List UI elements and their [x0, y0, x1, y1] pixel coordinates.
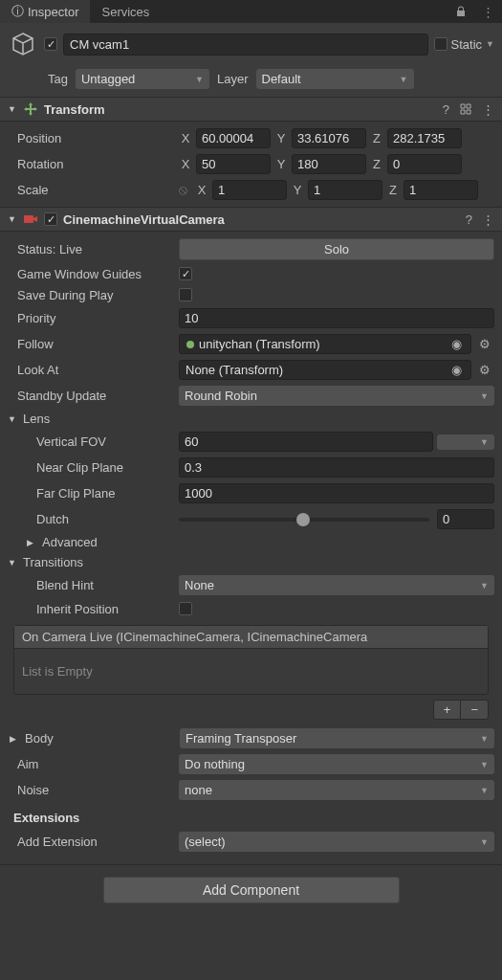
noise-row: Noise none ▼: [0, 777, 502, 803]
gear-icon[interactable]: ⚙: [475, 337, 494, 351]
context-menu-icon[interactable]: ⋮: [482, 212, 494, 227]
dutch-slider[interactable]: [179, 518, 429, 522]
foldout-icon[interactable]: ▶: [10, 734, 19, 744]
y-label[interactable]: Y: [274, 157, 288, 171]
z-label[interactable]: Z: [370, 157, 383, 171]
lookat-field[interactable]: None (Transform) ◉: [179, 360, 471, 380]
follow-value: unitychan (Transform): [199, 337, 444, 351]
scale-z-input[interactable]: [404, 180, 478, 200]
vcam-header[interactable]: ▼ ✓ CinemachineVirtualCamera ? ⋮: [0, 207, 502, 232]
x-label[interactable]: X: [179, 157, 192, 171]
position-row: Position X Y Z: [0, 125, 502, 151]
fov-preset-dropdown[interactable]: ▼: [437, 434, 494, 450]
x-label[interactable]: X: [179, 131, 192, 145]
x-label[interactable]: X: [195, 183, 208, 197]
add-component-button[interactable]: Add Component: [103, 877, 400, 903]
layer-dropdown[interactable]: Default ▼: [256, 69, 414, 89]
blend-hint-dropdown[interactable]: None ▼: [179, 575, 494, 595]
solo-button[interactable]: Solo: [179, 238, 494, 260]
game-window-guides-checkbox[interactable]: ✓: [179, 267, 192, 280]
scale-x-input[interactable]: [212, 180, 287, 200]
chevron-down-icon: ▼: [480, 786, 489, 795]
vertical-fov-label[interactable]: Vertical FOV: [8, 434, 175, 449]
scale-label[interactable]: Scale: [8, 183, 175, 197]
follow-field[interactable]: unitychan (Transform) ◉: [179, 334, 471, 354]
y-label[interactable]: Y: [274, 131, 288, 145]
object-picker-icon[interactable]: ◉: [447, 337, 465, 351]
z-label[interactable]: Z: [370, 131, 383, 145]
priority-input[interactable]: [179, 308, 494, 328]
y-label[interactable]: Y: [291, 183, 304, 197]
priority-label[interactable]: Priority: [8, 311, 175, 325]
context-menu-icon[interactable]: ⋮: [482, 102, 494, 117]
link-icon[interactable]: ⦸: [179, 182, 187, 198]
noise-dropdown[interactable]: none ▼: [179, 780, 494, 800]
svg-point-1: [186, 341, 194, 348]
transitions-foldout[interactable]: ▼ Transitions: [0, 552, 502, 572]
status-row: Status: Live Solo: [0, 235, 502, 263]
tag-dropdown[interactable]: Untagged ▼: [76, 69, 209, 89]
save-during-play-row: Save During Play: [0, 284, 502, 305]
gear-icon[interactable]: ⚙: [475, 363, 494, 377]
tag-value: Untagged: [81, 72, 135, 86]
preset-icon[interactable]: [459, 102, 472, 116]
standby-update-label: Standby Update: [8, 389, 175, 403]
position-z-input[interactable]: [387, 128, 462, 148]
near-clip-label[interactable]: Near Clip Plane: [8, 460, 175, 475]
near-clip-input[interactable]: [179, 457, 494, 478]
static-label: Static: [451, 37, 483, 52]
rotation-x-input[interactable]: [196, 154, 271, 174]
inherit-position-checkbox[interactable]: [179, 602, 192, 615]
follow-label: Follow: [8, 337, 175, 351]
name-input[interactable]: [63, 33, 428, 56]
context-menu-icon[interactable]: ⋮: [474, 1, 502, 23]
near-clip-row: Near Clip Plane: [0, 455, 502, 480]
rotation-label[interactable]: Rotation: [8, 157, 175, 171]
vertical-fov-input[interactable]: [179, 432, 433, 452]
rotation-y-input[interactable]: [292, 154, 366, 174]
noise-label: Noise: [8, 783, 175, 797]
foldout-icon: ▶: [27, 538, 36, 547]
standby-update-dropdown[interactable]: Round Robin ▼: [179, 386, 494, 406]
static-checkbox[interactable]: [434, 37, 447, 51]
blend-hint-value: None: [185, 578, 214, 592]
position-label[interactable]: Position: [8, 131, 175, 145]
transform-icon: [23, 101, 38, 117]
body-label: Body: [23, 731, 176, 746]
enabled-checkbox[interactable]: ✓: [44, 212, 57, 226]
lens-foldout[interactable]: ▼ Lens: [0, 409, 502, 429]
dutch-label[interactable]: Dutch: [8, 512, 175, 526]
position-y-input[interactable]: [292, 128, 366, 148]
help-icon[interactable]: ?: [466, 212, 472, 227]
aim-value: Do nothing: [185, 757, 245, 771]
position-x-input[interactable]: [196, 128, 271, 148]
game-window-guides-row: Game Window Guides ✓: [0, 263, 502, 284]
inherit-position-label: Inherit Position: [8, 602, 175, 616]
object-picker-icon[interactable]: ◉: [447, 363, 465, 377]
tab-inspector[interactable]: ⓘ Inspector: [0, 0, 90, 23]
remove-event-button[interactable]: −: [461, 701, 488, 719]
advanced-foldout[interactable]: ▶ Advanced: [0, 532, 502, 552]
static-dropdown[interactable]: ▼: [486, 39, 494, 49]
transform-title: Transform: [44, 102, 437, 117]
add-event-button[interactable]: +: [434, 701, 462, 719]
lock-icon[interactable]: [447, 2, 474, 21]
dutch-input[interactable]: [437, 509, 494, 529]
scale-y-input[interactable]: [308, 180, 382, 200]
far-clip-input[interactable]: [179, 483, 494, 503]
transform-header[interactable]: ▼ Transform ? ⋮: [0, 97, 502, 122]
chevron-down-icon: ▼: [195, 75, 204, 84]
dutch-row: Dutch: [0, 506, 502, 532]
active-checkbox[interactable]: ✓: [44, 37, 57, 51]
extensions-label: Extensions: [0, 803, 502, 829]
far-clip-label[interactable]: Far Clip Plane: [8, 486, 175, 501]
z-label[interactable]: Z: [386, 183, 400, 197]
tab-services[interactable]: Services: [90, 0, 161, 23]
add-extension-dropdown[interactable]: (select) ▼: [179, 832, 494, 852]
body-dropdown[interactable]: Framing Transposer ▼: [180, 728, 494, 748]
help-icon[interactable]: ?: [443, 102, 449, 117]
rotation-z-input[interactable]: [387, 154, 462, 174]
save-during-play-checkbox[interactable]: [179, 288, 192, 301]
aim-dropdown[interactable]: Do nothing ▼: [179, 754, 494, 774]
priority-row: Priority: [0, 305, 502, 331]
